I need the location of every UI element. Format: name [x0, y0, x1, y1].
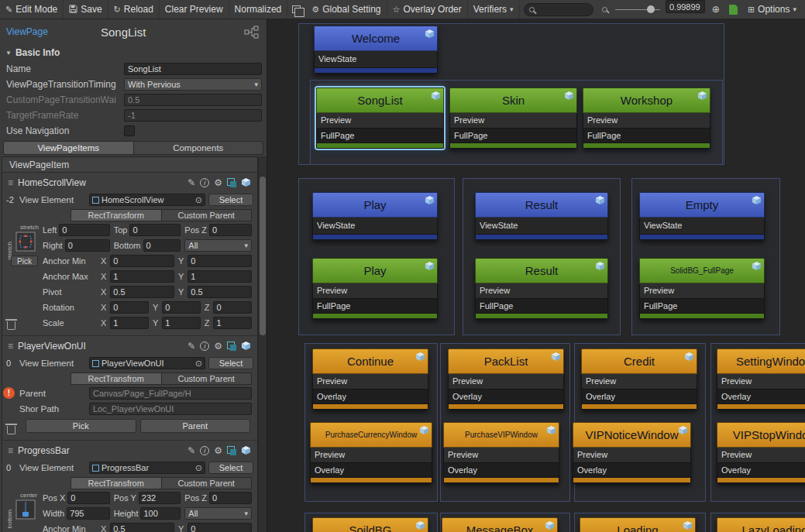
- drag-handle-icon[interactable]: ≡: [8, 341, 13, 352]
- graph-node[interactable]: SolidBG_FullPagePreviewFullPage: [639, 258, 765, 319]
- height-field[interactable]: 100: [140, 507, 181, 520]
- node-row[interactable]: Preview: [443, 448, 559, 463]
- graph-node[interactable]: PackListPreviewOverlay: [448, 348, 564, 410]
- prefab-cube-icon[interactable]: [678, 425, 688, 435]
- prefab-cube-icon[interactable]: [241, 445, 251, 457]
- pivot-y-field[interactable]: 0.5: [187, 286, 252, 298]
- node-row[interactable]: Preview: [312, 283, 438, 299]
- prefab-cube-icon[interactable]: [545, 520, 555, 530]
- node-row[interactable]: Preview: [639, 283, 765, 299]
- sphere-icon-button[interactable]: ⊕: [707, 0, 724, 19]
- node-row[interactable]: Overlay: [312, 390, 428, 404]
- inspector-scrollbar[interactable]: [258, 156, 267, 532]
- node-header[interactable]: PackList: [448, 348, 564, 374]
- prefab-cube-icon[interactable]: [752, 261, 762, 271]
- zoom-slider[interactable]: [615, 0, 660, 19]
- scale-y-field[interactable]: 1: [162, 317, 201, 329]
- layers-icon[interactable]: [227, 342, 236, 351]
- tab-custom-parent[interactable]: Custom Parent: [162, 209, 253, 221]
- graph-node[interactable]: PurchaseVIPWindowPreviewOverlay: [443, 422, 559, 483]
- all-dropdown[interactable]: All▾: [184, 507, 252, 520]
- posx-field[interactable]: 0: [67, 492, 109, 504]
- object-picker-icon[interactable]: ⊙: [195, 195, 202, 205]
- scale-z-field[interactable]: 1: [213, 317, 252, 329]
- node-header[interactable]: Result: [475, 258, 608, 283]
- node-row[interactable]: FullPage: [312, 299, 438, 314]
- node-row[interactable]: FullPage: [639, 299, 765, 314]
- node-row[interactable]: FullPage: [449, 129, 577, 143]
- gear-icon[interactable]: ⚙: [214, 446, 222, 455]
- node-header[interactable]: Empty: [639, 192, 765, 218]
- anchor-max-y-field[interactable]: 1: [187, 270, 252, 283]
- node-header[interactable]: Continue: [312, 348, 428, 374]
- node-header[interactable]: SoildBG: [312, 517, 428, 532]
- zoom-icon-button[interactable]: [597, 0, 612, 19]
- info-icon[interactable]: i: [200, 178, 209, 187]
- anchor-min-x-field[interactable]: 0: [110, 255, 174, 267]
- rotation-y-field[interactable]: 0: [162, 301, 201, 314]
- node-header[interactable]: Loading: [580, 517, 696, 532]
- prefab-cube-icon[interactable]: [241, 341, 251, 352]
- node-row[interactable]: Preview: [475, 283, 608, 299]
- prefab-cube-icon[interactable]: [425, 29, 435, 39]
- node-row[interactable]: FullPage: [583, 129, 710, 143]
- node-row[interactable]: Overlay: [717, 463, 805, 478]
- tab-viewpageitems[interactable]: ViewPageItems: [3, 141, 134, 155]
- use-navigation-checkbox[interactable]: [124, 125, 135, 136]
- object-field[interactable]: ProgressBar ⊙: [89, 462, 205, 474]
- node-row[interactable]: Preview: [316, 113, 444, 129]
- search-input[interactable]: [524, 3, 593, 16]
- tab-recttransform[interactable]: RectTransfrom: [71, 372, 162, 385]
- new-asset-icon-button[interactable]: [724, 5, 742, 15]
- graph-node[interactable]: VIPStopWindowPreviewOverlay: [717, 422, 805, 483]
- anchor-preset-icon[interactable]: [15, 232, 36, 252]
- all-dropdown[interactable]: All▾: [184, 239, 252, 252]
- edit-mode-button[interactable]: ✎ Edit Mode: [0, 0, 64, 19]
- rotation-x-field[interactable]: 0: [110, 301, 149, 314]
- sort-order-field[interactable]: 0: [6, 463, 19, 472]
- anchor-preset-icon[interactable]: [15, 499, 36, 520]
- graph-node[interactable]: CreditPreviewOverlay: [581, 348, 697, 410]
- overlay-order-button[interactable]: ☆ Overlay Order: [387, 0, 468, 19]
- info-icon[interactable]: i: [200, 446, 209, 455]
- graph-node[interactable]: LoadingPreviewOverlay: [580, 517, 696, 532]
- node-header[interactable]: Credit: [581, 348, 697, 374]
- graph-node[interactable]: SongListPreviewFullPage: [316, 88, 444, 149]
- prefab-cube-icon[interactable]: [419, 425, 429, 435]
- node-header[interactable]: SongList: [316, 88, 444, 113]
- node-row[interactable]: Preview: [717, 374, 805, 390]
- prefab-cube-icon[interactable]: [425, 195, 435, 205]
- trash-icon[interactable]: [7, 426, 15, 434]
- prefab-cube-icon[interactable]: [415, 520, 425, 530]
- node-row[interactable]: FullPage: [475, 299, 608, 314]
- node-row[interactable]: Preview: [312, 374, 428, 390]
- node-row[interactable]: Preview: [448, 374, 564, 390]
- node-header[interactable]: Result: [475, 192, 608, 218]
- list-header[interactable]: ViewPageItem: [2, 157, 257, 173]
- clear-preview-button[interactable]: Clear Preview: [160, 0, 229, 19]
- node-row[interactable]: Overlay: [443, 463, 559, 478]
- node-header[interactable]: PurchaseCurrencyWindow: [310, 422, 432, 448]
- node-row[interactable]: Preview: [310, 448, 432, 463]
- node-header[interactable]: LazyLoading: [717, 517, 805, 532]
- zoom-value-field[interactable]: 0.99899: [666, 0, 705, 13]
- posz-field[interactable]: 0: [209, 224, 252, 236]
- pick-button[interactable]: Pick: [11, 256, 38, 266]
- select-button[interactable]: Select: [208, 462, 253, 474]
- node-row[interactable]: Preview: [581, 374, 697, 390]
- edit-icon[interactable]: ✎: [187, 178, 195, 187]
- scrollbar-thumb[interactable]: [260, 177, 266, 335]
- prefab-cube-icon[interactable]: [241, 177, 251, 189]
- node-row[interactable]: ViewState: [475, 218, 608, 235]
- graph-node[interactable]: SettingWindowPreviewOverlay: [717, 348, 805, 410]
- node-row[interactable]: ViewState: [312, 218, 438, 235]
- prefab-cube-icon[interactable]: [564, 91, 574, 101]
- reload-button[interactable]: ↻ Reload: [108, 0, 160, 19]
- global-setting-button[interactable]: ⚙ Global Setting: [306, 0, 387, 19]
- node-row[interactable]: ViewState: [639, 218, 765, 235]
- posz-field[interactable]: 0: [209, 492, 252, 504]
- left-field[interactable]: 0: [59, 224, 109, 236]
- graph-node[interactable]: MessageBoxPreviewOverlay: [442, 517, 558, 532]
- graph-node[interactable]: SoildBGPreviewOverlay: [312, 517, 428, 532]
- node-row[interactable]: Overlay: [581, 390, 697, 404]
